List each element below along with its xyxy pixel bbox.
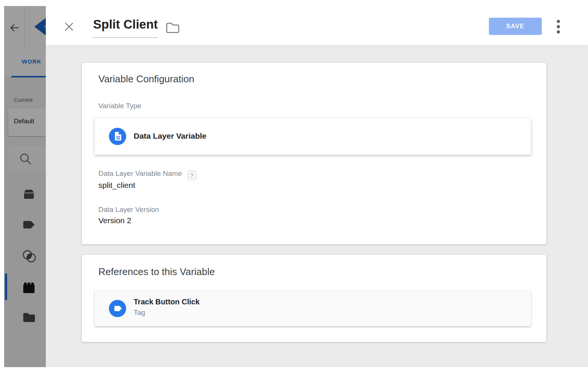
reference-item-row[interactable]: Track Button Click Tag: [95, 290, 531, 326]
variable-type-label: Variable Type: [98, 102, 141, 110]
data-layer-variable-name-row: Data Layer Variable Name ?: [98, 169, 196, 180]
editor-header: Split Client SAVE: [46, 0, 588, 45]
window-bottom-edge: [0, 367, 588, 372]
variable-title-field[interactable]: Split Client: [93, 17, 158, 32]
reference-item-title: Track Button Click: [134, 298, 200, 306]
more-options-kebab-icon[interactable]: [555, 18, 562, 35]
help-icon[interactable]: ?: [188, 171, 196, 180]
data-layer-variable-name-label: Data Layer Variable Name: [98, 169, 182, 177]
reference-item-type: Tag: [134, 308, 145, 317]
move-to-folder-icon[interactable]: [165, 22, 180, 34]
tag-reference-icon: [109, 300, 126, 317]
modal-scrim: [4, 6, 46, 367]
data-layer-version-label: Data Layer Version: [98, 206, 159, 214]
dimmed-workspace-window: WORK Current Default: [4, 6, 46, 367]
close-icon[interactable]: [64, 21, 74, 32]
data-layer-version-value: Version 2: [98, 216, 131, 225]
references-card: References to this Variable Track Button…: [82, 255, 546, 342]
config-card-heading: Variable Configuration: [98, 73, 194, 85]
references-heading: References to this Variable: [98, 266, 215, 278]
variable-configuration-card: Variable Configuration Variable Type Dat…: [82, 63, 546, 244]
variable-type-name: Data Layer Variable: [134, 132, 207, 141]
data-layer-variable-name-value: split_client: [98, 181, 135, 190]
title-underline: [92, 37, 158, 38]
variable-type-selector[interactable]: Data Layer Variable: [95, 118, 531, 155]
save-button[interactable]: SAVE: [489, 18, 542, 35]
gtm-variable-editor-screen: WORK Current Default: [0, 0, 588, 372]
variable-editor-panel: Split Client SAVE Variable Configuration…: [46, 0, 588, 372]
data-layer-variable-icon: [109, 128, 126, 145]
